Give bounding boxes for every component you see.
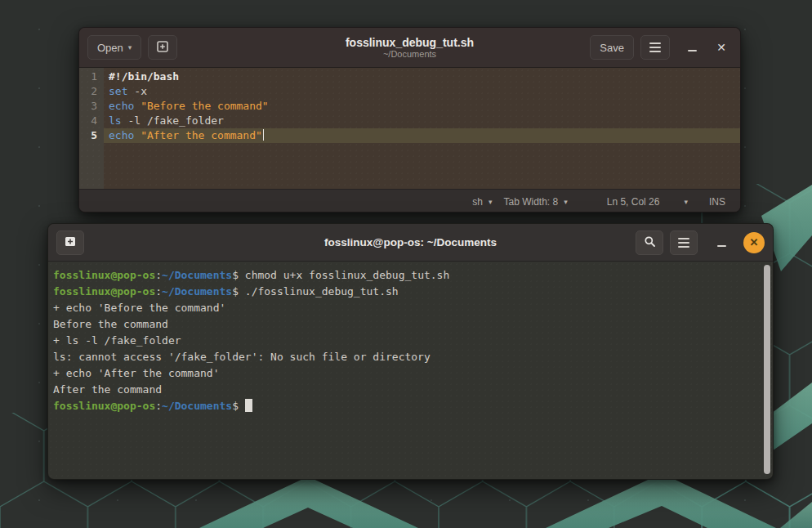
code-token: + echo 'After the command' (53, 367, 220, 379)
save-button[interactable]: Save (590, 35, 634, 60)
gedit-statusbar: sh ▾ Tab Width: 8 ▾ Ln 5, Col 26 ▾ INS (79, 189, 740, 213)
new-tab-button[interactable] (56, 230, 84, 255)
editor-line: 2set -x (79, 84, 740, 99)
new-document-icon (156, 40, 169, 56)
code-token: $ ./fosslinux_debug_tut.sh (232, 285, 399, 298)
code-text: ls -l /fake_folder (104, 114, 740, 128)
code-token: ~/Documents (162, 269, 232, 281)
menu-button[interactable] (640, 35, 670, 60)
terminal-line: After the command (53, 382, 753, 398)
search-icon (644, 235, 656, 250)
minimize-button[interactable] (681, 37, 703, 58)
close-button[interactable]: ✕ (743, 232, 765, 253)
close-icon: ✕ (716, 41, 726, 54)
terminal-line: + ls -l /fake_folder (53, 333, 753, 349)
hamburger-menu-icon (678, 238, 689, 248)
minimize-icon (717, 245, 726, 247)
code-token (134, 100, 141, 112)
text-cursor (263, 129, 265, 141)
code-token: echo (109, 129, 134, 141)
editor-line: 5echo "After the command" (79, 128, 740, 143)
code-token: + ls -l /fake_folder (53, 334, 181, 347)
new-document-button[interactable] (148, 35, 177, 60)
code-text: echo "Before the command" (104, 99, 740, 114)
insert-mode-indicator: INS (709, 196, 725, 208)
close-button[interactable]: ✕ (711, 37, 732, 58)
open-button[interactable]: Open ▾ (87, 35, 141, 60)
code-token: #!/bin/bash (109, 70, 179, 83)
chevron-down-icon: ▾ (684, 198, 688, 206)
terminal-line: + echo 'Before the command' (53, 300, 753, 316)
gedit-headerbar: Open ▾ fosslinux_debug_tut.sh ~/Document… (79, 28, 740, 68)
cursor-position[interactable]: Ln 5, Col 26 (607, 196, 660, 208)
goto-line-dropdown[interactable]: ▾ (684, 198, 688, 206)
code-token: $ (232, 400, 245, 412)
close-icon: ✕ (750, 236, 759, 248)
scrollbar[interactable] (764, 265, 770, 474)
terminal-line: + echo 'After the command' (53, 365, 753, 382)
editor-line: 1#!/bin/bash (79, 69, 740, 84)
code-text: echo "After the command" (104, 128, 740, 143)
line-number: 1 (79, 69, 104, 84)
code-token: -x (127, 85, 146, 97)
code-token: fosslinux@pop-os (53, 400, 155, 412)
code-token: ls (109, 114, 122, 127)
line-number: 5 (79, 128, 104, 143)
terminal-headerbar: fosslinux@pop-os: ~/Documents ✕ (48, 224, 773, 262)
code-text: set -x (104, 84, 740, 99)
chevron-down-icon: ▾ (564, 198, 568, 206)
code-token: "After the command" (141, 129, 262, 141)
language-label: sh (472, 196, 483, 208)
chevron-down-icon: ▾ (128, 43, 132, 51)
code-token: : (155, 400, 162, 412)
document-title: fosslinux_debug_tut.sh (346, 36, 474, 49)
minimize-button[interactable] (711, 232, 732, 253)
editor-line: 4ls -l /fake_folder (79, 114, 740, 128)
terminal-line: fosslinux@pop-os:~/Documents$ ./fosslinu… (53, 284, 753, 300)
document-path: ~/Documents (346, 49, 474, 60)
search-button[interactable] (636, 230, 663, 255)
code-token (134, 129, 141, 141)
menu-button[interactable] (670, 230, 698, 255)
code-token: Before the command (53, 318, 168, 330)
gedit-window-title: fosslinux_debug_tut.sh ~/Documents (346, 36, 474, 60)
hamburger-menu-icon (649, 43, 661, 52)
code-token: : (155, 285, 162, 298)
chevron-down-icon: ▾ (489, 198, 493, 206)
cursor-position-label: Ln 5, Col 26 (607, 196, 660, 208)
code-token: + echo 'Before the command' (53, 302, 225, 314)
insert-mode-label: INS (709, 196, 725, 208)
tab-width-selector[interactable]: Tab Width: 8 ▾ (504, 196, 568, 208)
terminal-line: ls: cannot access '/fake_folder': No suc… (53, 349, 753, 365)
save-button-label: Save (600, 42, 624, 54)
code-text: #!/bin/bash (104, 69, 740, 84)
terminal-line: Before the command (53, 316, 753, 333)
code-token: fosslinux@pop-os (53, 269, 155, 281)
code-token: After the command (53, 383, 162, 396)
terminal-window-title: fosslinux@pop-os: ~/Documents (324, 236, 497, 249)
line-number: 2 (79, 84, 104, 99)
terminal-output-area[interactable]: fosslinux@pop-os:~/Documents$ chmod u+x … (48, 262, 773, 478)
terminal-line: fosslinux@pop-os:~/Documents$ chmod u+x … (53, 267, 753, 284)
new-tab-icon (64, 235, 77, 250)
terminal-window: fosslinux@pop-os: ~/Documents ✕ (47, 223, 774, 480)
code-token: $ chmod u+x fosslinux_debug_tut.sh (232, 269, 449, 281)
minimize-icon (688, 50, 697, 51)
code-token: ~/Documents (162, 285, 232, 298)
gedit-window: Open ▾ fosslinux_debug_tut.sh ~/Document… (78, 27, 741, 213)
code-token: set (109, 85, 127, 97)
line-number: 3 (79, 99, 104, 114)
tab-width-label: Tab Width: 8 (504, 196, 559, 208)
terminal-title: fosslinux@pop-os: ~/Documents (324, 236, 497, 249)
code-token: : (155, 269, 162, 281)
open-button-label: Open (97, 42, 123, 54)
language-selector[interactable]: sh ▾ (472, 196, 492, 208)
text-editor-area[interactable]: 1#!/bin/bash2set -x3echo "Before the com… (79, 68, 740, 189)
editor-line: 3echo "Before the command" (79, 99, 740, 114)
code-token: fosslinux@pop-os (53, 285, 155, 298)
code-token: "Before the command" (141, 100, 269, 112)
code-token: echo (109, 100, 134, 112)
terminal-cursor (245, 399, 252, 412)
terminal-line: fosslinux@pop-os:~/Documents$ (53, 398, 753, 414)
code-token: ls: cannot access '/fake_folder': No suc… (53, 351, 431, 363)
